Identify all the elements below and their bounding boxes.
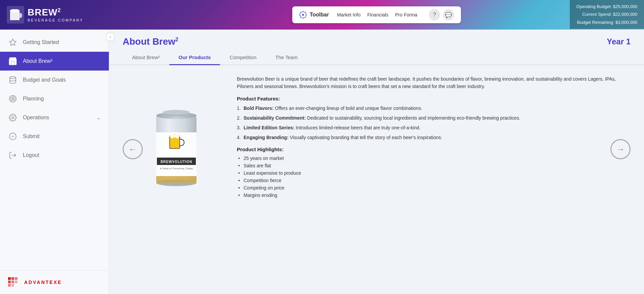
svg-point-23 bbox=[163, 110, 190, 115]
check-icon bbox=[8, 132, 17, 141]
header: BREW2 BEVERAGE COMPANY Toolbar Market In… bbox=[0, 0, 644, 30]
toolbar-nav: Market Info Financials Pro Forma bbox=[337, 12, 417, 17]
svg-text:BREWVOLUTION: BREWVOLUTION bbox=[161, 160, 192, 164]
page-title: About Brew2 bbox=[123, 36, 178, 47]
product-text-area: Brewvolution Beer is a unique brand of b… bbox=[237, 72, 631, 226]
highlight-5: Competing on price bbox=[237, 185, 624, 191]
gear-nav-icon bbox=[8, 113, 17, 122]
feature-1: Bold Flavors: Offers an ever-changing li… bbox=[237, 105, 624, 112]
feature-3: Limited Edition Series: Introduces limit… bbox=[237, 124, 624, 131]
highlight-3: Least expensive to produce bbox=[237, 170, 624, 176]
svg-rect-14 bbox=[15, 277, 17, 280]
chat-icon[interactable]: 💬 bbox=[443, 9, 454, 20]
toolbar-pro-forma[interactable]: Pro Forma bbox=[395, 12, 417, 17]
gear-icon bbox=[299, 11, 307, 19]
prev-arrow-icon: ← bbox=[128, 144, 137, 155]
content-area: ← bbox=[109, 65, 644, 233]
nav-items: Getting Started About Brew² bbox=[0, 30, 109, 270]
toolbar-label: Toolbar bbox=[310, 12, 329, 18]
highlight-1: 25 years on market bbox=[237, 156, 624, 161]
sidebar-label-operations: Operations bbox=[23, 115, 49, 121]
svg-rect-16 bbox=[11, 281, 14, 283]
logo-brew: BREW2 bbox=[28, 7, 83, 18]
highlight-6: Margins eroding bbox=[237, 193, 624, 198]
operations-chevron: ⌄ bbox=[97, 115, 101, 120]
carousel-prev-button[interactable]: ← bbox=[123, 139, 143, 159]
sidebar-item-operations[interactable]: Operations ⌄ bbox=[0, 108, 109, 127]
operating-budget: Operating Budget: $25,000,000 bbox=[576, 3, 637, 10]
sidebar-label-planning: Planning bbox=[23, 96, 44, 102]
toolbar-market-info[interactable]: Market Info bbox=[337, 12, 360, 17]
target-icon bbox=[8, 94, 17, 103]
svg-point-9 bbox=[12, 117, 14, 119]
toolbar-box: Toolbar Market Info Financials Pro Forma… bbox=[292, 6, 461, 23]
tab-about-brew[interactable]: About Brew² bbox=[123, 50, 169, 65]
toolbar-area: Toolbar Market Info Financials Pro Forma… bbox=[109, 6, 644, 23]
svg-rect-19 bbox=[11, 284, 14, 287]
database-icon bbox=[8, 75, 17, 85]
sidebar-toggle[interactable]: ‹ bbox=[106, 33, 114, 41]
svg-rect-4 bbox=[12, 61, 14, 65]
sidebar-label-getting-started: Getting Started bbox=[23, 39, 59, 45]
sidebar-item-about-brew[interactable]: About Brew² bbox=[0, 52, 109, 71]
highlight-4: Competition fierce bbox=[237, 178, 624, 183]
sidebar: ‹ Getting Started About Brew² bbox=[0, 30, 109, 294]
main-content: About Brew2 Year 1 About Brew² Our Produ… bbox=[109, 30, 644, 294]
svg-rect-15 bbox=[8, 281, 11, 283]
carousel-next-button[interactable]: → bbox=[610, 139, 631, 159]
budget-info: Operating Budget: $25,000,000 Current Sp… bbox=[570, 0, 644, 29]
svg-marker-2 bbox=[9, 39, 16, 45]
advantexe-logo: ADVANTEXE bbox=[8, 277, 62, 287]
sidebar-item-budget-goals[interactable]: Budget and Goals bbox=[0, 71, 109, 89]
sidebar-item-getting-started[interactable]: Getting Started bbox=[0, 33, 109, 52]
svg-point-5 bbox=[10, 77, 16, 79]
features-list: Bold Flavors: Offers an ever-changing li… bbox=[237, 105, 624, 141]
svg-text:A Taste of Tomorrow, Today: A Taste of Tomorrow, Today bbox=[160, 167, 192, 170]
toolbar-brand: Toolbar bbox=[299, 11, 329, 19]
logo-area: BREW2 BEVERAGE COMPANY bbox=[0, 6, 109, 24]
beer-can-image: BREWVOLUTION A Taste of Tomorrow, Today bbox=[149, 106, 203, 193]
feature-4: Engaging Branding: Visually captivating … bbox=[237, 134, 624, 141]
svg-point-6 bbox=[9, 95, 16, 102]
highlight-2: Sales are flat bbox=[237, 163, 624, 168]
sidebar-label-logout: Logout bbox=[23, 152, 39, 158]
tab-the-team[interactable]: The Team bbox=[266, 50, 307, 65]
highlights-title: Product Highlights: bbox=[237, 146, 624, 152]
sidebar-item-planning[interactable]: Planning bbox=[0, 89, 109, 108]
toolbar-icons: ? 💬 bbox=[429, 9, 454, 20]
star-icon bbox=[8, 38, 17, 47]
beer-can-container: BREWVOLUTION A Taste of Tomorrow, Today bbox=[143, 99, 210, 200]
svg-rect-18 bbox=[8, 284, 11, 287]
store-icon bbox=[8, 56, 17, 66]
sidebar-label-submit: Submit bbox=[23, 133, 40, 139]
advantexe-name: ADVANTEXE bbox=[24, 280, 62, 285]
svg-point-29 bbox=[176, 135, 179, 138]
sidebar-footer: ADVANTEXE bbox=[0, 270, 109, 294]
toolbar-financials[interactable]: Financials bbox=[367, 12, 388, 17]
logout-icon bbox=[8, 151, 17, 160]
svg-rect-12 bbox=[8, 277, 11, 280]
layout: ‹ Getting Started About Brew² bbox=[0, 30, 644, 294]
svg-rect-13 bbox=[11, 277, 14, 280]
page-header: About Brew2 Year 1 bbox=[109, 30, 644, 50]
logo-text: BREW2 BEVERAGE COMPANY bbox=[28, 7, 83, 22]
tab-competition[interactable]: Competition bbox=[220, 50, 266, 65]
svg-rect-17 bbox=[15, 281, 17, 283]
feature-2: Sustainability Commitment: Dedicated to … bbox=[237, 115, 624, 122]
svg-point-7 bbox=[11, 97, 15, 101]
sidebar-item-logout[interactable]: Logout bbox=[0, 146, 109, 165]
budget-remaining: Budget Remaining: $3,000,000 bbox=[576, 18, 637, 26]
logo-beverage: BEVERAGE COMPANY bbox=[28, 18, 83, 22]
tab-our-products[interactable]: Our Products bbox=[169, 50, 220, 65]
sidebar-label-about-brew: About Brew² bbox=[23, 58, 52, 64]
sidebar-item-submit[interactable]: Submit bbox=[0, 127, 109, 146]
tabs: About Brew² Our Products Competition The… bbox=[109, 50, 644, 65]
product-description: Brewvolution Beer is a unique brand of b… bbox=[237, 75, 624, 90]
svg-rect-26 bbox=[170, 137, 180, 149]
next-arrow-icon: → bbox=[616, 144, 625, 155]
sidebar-label-budget-goals: Budget and Goals bbox=[23, 77, 66, 83]
year-label: Year 1 bbox=[607, 37, 631, 46]
help-icon[interactable]: ? bbox=[429, 9, 440, 20]
current-spend: Current Spend: $22,000,000 bbox=[576, 10, 637, 18]
brew-logo-icon bbox=[7, 6, 24, 24]
